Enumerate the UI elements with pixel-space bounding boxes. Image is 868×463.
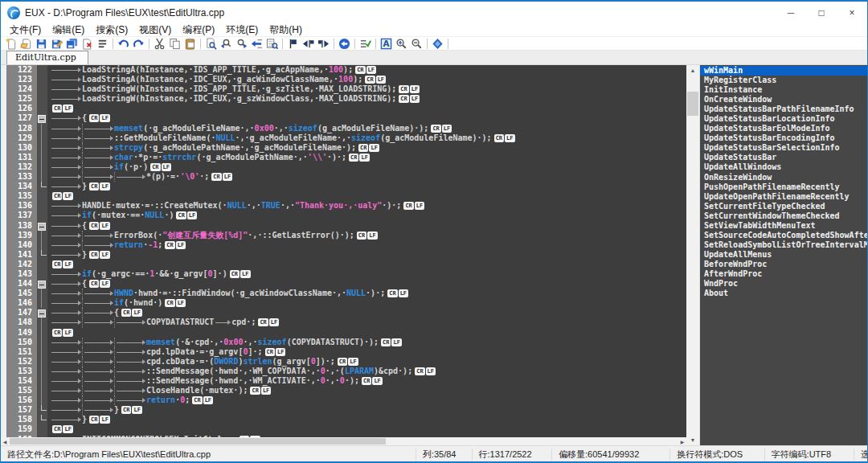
open-file-button[interactable] — [18, 37, 34, 50]
symbol-item[interactable]: BeforeWndProc — [700, 260, 867, 269]
code-line[interactable]: 135CRLF — [1, 191, 686, 201]
save-button[interactable] — [34, 37, 49, 50]
symbol-item[interactable]: UpdateOpenPathFilenameRecently — [700, 192, 867, 202]
line-number[interactable]: 136 — [1, 201, 37, 211]
code-line[interactable]: 153::SendMessage(·hwnd·,·WM_COPYDATA·,·0… — [1, 367, 686, 376]
line-number[interactable]: 153 — [1, 367, 37, 376]
code-line[interactable]: 146if(·hwnd·)CRLF — [1, 298, 686, 308]
new-file-button[interactable] — [3, 37, 18, 50]
code-line[interactable]: 130strcpy(·g_acModulePathName·,·g_acModu… — [1, 143, 686, 153]
line-number[interactable]: 140 — [1, 240, 37, 250]
code-line[interactable]: 157}CRLF — [1, 405, 686, 415]
symbol-item[interactable]: UpdateStatusBarLocationInfo — [700, 114, 867, 124]
line-number[interactable]: 142 — [1, 260, 37, 269]
code-line[interactable]: 139ErrorBox(·"创建互斥量失败[%d]"·,·::GetLastEr… — [1, 231, 686, 240]
bookmark-next-button[interactable] — [316, 37, 331, 50]
save-as-button[interactable] — [49, 37, 64, 50]
find-next-button[interactable] — [234, 37, 249, 50]
line-number[interactable]: 143 — [1, 269, 37, 279]
symbol-item[interactable]: UpdateStatusBar — [700, 153, 867, 162]
symbol-item[interactable]: OnResizeWindow — [700, 173, 867, 182]
symbol-item[interactable]: About — [700, 289, 867, 298]
code-line[interactable]: 145HWND·hwnd·=·::FindWindow(·g_acWindowC… — [1, 289, 686, 298]
menu-view[interactable]: 视图(V) — [133, 23, 177, 38]
code-line[interactable]: 136HANDLE·mutex·=·::CreateMutex(·NULL·,·… — [1, 201, 686, 211]
code-line[interactable]: 127{CRLF — [1, 113, 686, 123]
line-number[interactable]: 131 — [1, 153, 37, 162]
horizontal-scrollbar-thumb[interactable] — [10, 438, 386, 445]
code-line[interactable]: 140return·-1;CRLF — [1, 240, 686, 250]
symbol-item[interactable]: UpdateStatusBarEolModeInfo — [700, 124, 867, 133]
undo-button[interactable] — [116, 37, 131, 50]
line-number[interactable]: 141 — [1, 250, 37, 260]
symbol-item[interactable]: InitInstance — [700, 85, 867, 95]
line-number[interactable]: 149 — [1, 328, 37, 338]
code-line[interactable]: 133*(p)·=·'\0'·;CRLF — [1, 172, 686, 182]
redo-button[interactable] — [131, 37, 146, 50]
menu-program[interactable]: 编程(P) — [177, 23, 220, 38]
fold-marker[interactable] — [37, 308, 47, 318]
find-button[interactable] — [203, 37, 219, 50]
menu-search[interactable]: 搜索(S) — [90, 23, 133, 38]
code-editor[interactable]: 122LoadStringA(hInstance,·IDS_APP_TITLE,… — [1, 65, 686, 437]
symbol-item[interactable]: UpdateAllWindows — [700, 162, 867, 172]
menu-edit[interactable]: 编辑(E) — [47, 23, 90, 38]
find-prev-button[interactable] — [219, 37, 234, 50]
line-number[interactable]: 134 — [1, 182, 37, 191]
line-number[interactable]: 157 — [1, 405, 37, 415]
symbol-item[interactable]: SetCurrentWindowThemeChecked — [700, 211, 867, 221]
line-number[interactable]: 146 — [1, 298, 37, 308]
line-number[interactable]: 125 — [1, 94, 37, 104]
code-line[interactable]: 148COPYDATASTRUCTcpd·;CRLF — [1, 318, 686, 327]
navigate-back-button[interactable] — [337, 37, 352, 50]
code-line[interactable]: 138{CRLF — [1, 221, 686, 231]
code-line[interactable]: 154::SendMessage(·hwnd·,·WM_ACTIVATE·,·0… — [1, 376, 686, 386]
code-line[interactable]: 122LoadStringA(hInstance,·IDS_APP_TITLE,… — [1, 65, 686, 75]
code-line[interactable]: 134}CRLF — [1, 182, 686, 191]
line-number[interactable]: 123 — [1, 75, 37, 84]
horizontal-scrollbar[interactable]: ◀ ▶ — [1, 437, 686, 445]
code-line[interactable]: 137if(·mutex·==·NULL·)CRLF — [1, 211, 686, 220]
zoom-in-button[interactable] — [394, 37, 409, 50]
code-line[interactable]: 159CRLF — [1, 424, 686, 434]
maximize-button[interactable]: □ — [806, 2, 837, 23]
menu-help[interactable]: 帮助(H) — [264, 23, 308, 38]
code-line[interactable]: 125LoadStringW(hInstance,·IDC_EUX,·g_szW… — [1, 94, 686, 104]
find-in-files-button[interactable] — [264, 37, 280, 50]
line-number[interactable]: 128 — [1, 124, 37, 133]
line-number[interactable]: 145 — [1, 289, 37, 298]
code-line[interactable]: 131char·*p·=·strrchr(·g_acModulePathName… — [1, 153, 686, 162]
line-number[interactable]: 154 — [1, 376, 37, 386]
symbol-item[interactable]: UpdateAllMenus — [700, 250, 867, 260]
fold-marker[interactable] — [37, 113, 47, 123]
code-line[interactable]: 123LoadStringA(hInstance,·IDC_EUX,·g_acW… — [1, 75, 686, 84]
vertical-scrollbar[interactable]: ▲ ▼ — [686, 65, 699, 445]
line-number[interactable]: 135 — [1, 191, 37, 201]
code-line[interactable]: 124LoadStringW(hInstance,·IDS_APP_TITLE,… — [1, 84, 686, 94]
code-line[interactable]: 150memset(·&·cpd·,·0x00·,·sizeof(COPYDAT… — [1, 338, 686, 347]
code-line[interactable]: 129::GetModuleFileName(·NULL·,·g_acModul… — [1, 133, 686, 143]
close-button[interactable]: × — [837, 2, 867, 23]
code-line[interactable]: 132if(·p·)CRLF — [1, 162, 686, 172]
line-number[interactable]: 151 — [1, 347, 37, 357]
code-line[interactable]: 155CloseHandle(·mutex·);CRLF — [1, 386, 686, 395]
code-line[interactable]: 142CRLF — [1, 260, 686, 269]
line-number[interactable]: 155 — [1, 386, 37, 395]
symbol-item[interactable]: wWinMain — [700, 66, 867, 76]
line-number[interactable]: 158 — [1, 415, 37, 424]
menu-environment[interactable]: 环境(E) — [220, 23, 264, 38]
todo-list-button[interactable] — [358, 37, 373, 50]
code-line[interactable]: 147{CRLF — [1, 308, 686, 318]
fold-marker[interactable] — [37, 221, 47, 231]
copy-button[interactable] — [167, 37, 182, 50]
cut-button[interactable] — [152, 37, 167, 50]
code-line[interactable]: 141}CRLF — [1, 250, 686, 260]
line-number[interactable]: 129 — [1, 133, 37, 143]
fold-marker[interactable] — [37, 279, 47, 289]
line-number[interactable]: 130 — [1, 143, 37, 153]
symbol-item[interactable]: SetSourceCodeAutoCompletedShowAfter — [700, 231, 867, 240]
line-number[interactable]: 126 — [1, 104, 37, 113]
symbol-item[interactable]: PushOpenPathFilenameRecently — [700, 182, 867, 192]
bookmark-toggle-button[interactable] — [285, 37, 301, 50]
line-view-button[interactable] — [95, 37, 110, 50]
